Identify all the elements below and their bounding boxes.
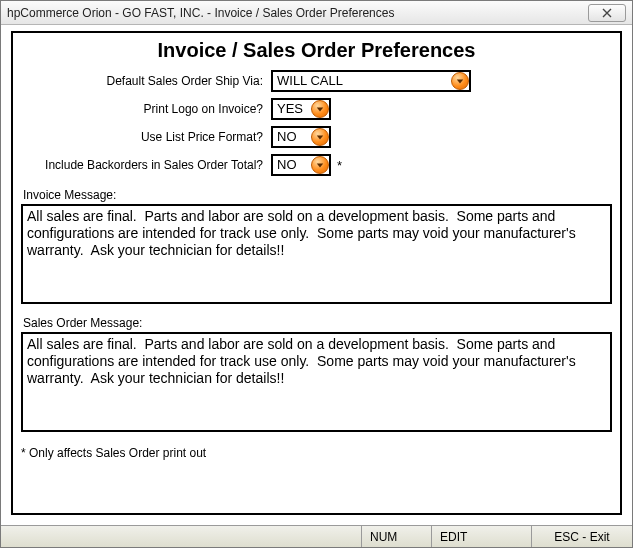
form-rows: Default Sales Order Ship Via: WILL CALL …: [21, 70, 612, 182]
combo-print-logo-value: YES: [273, 100, 311, 118]
label-invoice-message: Invoice Message:: [23, 188, 612, 202]
textarea-invoice-message[interactable]: [21, 204, 612, 304]
chevron-down-icon: [456, 77, 464, 85]
label-print-logo: Print Logo on Invoice?: [21, 102, 271, 116]
include-backorders-note-marker: *: [337, 158, 342, 173]
row-include-backorders: Include Backorders in Sales Order Total?…: [21, 154, 612, 176]
combo-print-logo-button[interactable]: [311, 100, 329, 118]
combo-ship-via-value: WILL CALL: [273, 72, 451, 90]
row-ship-via: Default Sales Order Ship Via: WILL CALL: [21, 70, 612, 92]
combo-include-backorders-button[interactable]: [311, 156, 329, 174]
close-button[interactable]: [588, 4, 626, 22]
main-panel: Invoice / Sales Order Preferences Defaul…: [11, 31, 622, 515]
window-title: hpCommerce Orion - GO FAST, INC. - Invoi…: [7, 6, 588, 20]
combo-list-price[interactable]: NO: [271, 126, 331, 148]
row-print-logo: Print Logo on Invoice? YES: [21, 98, 612, 120]
status-spacer: [1, 526, 362, 547]
combo-ship-via[interactable]: WILL CALL: [271, 70, 471, 92]
status-edit: EDIT: [432, 526, 532, 547]
label-ship-via: Default Sales Order Ship Via:: [21, 74, 271, 88]
window-frame: hpCommerce Orion - GO FAST, INC. - Invoi…: [0, 0, 633, 548]
combo-include-backorders[interactable]: NO: [271, 154, 331, 176]
combo-ship-via-button[interactable]: [451, 72, 469, 90]
combo-include-backorders-value: NO: [273, 156, 311, 174]
titlebar: hpCommerce Orion - GO FAST, INC. - Invoi…: [1, 1, 632, 25]
combo-list-price-button[interactable]: [311, 128, 329, 146]
chevron-down-icon: [316, 161, 324, 169]
label-list-price: Use List Price Format?: [21, 130, 271, 144]
row-list-price: Use List Price Format? NO: [21, 126, 612, 148]
label-include-backorders: Include Backorders in Sales Order Total?: [21, 158, 271, 172]
status-num: NUM: [362, 526, 432, 547]
client-area: Invoice / Sales Order Preferences Defaul…: [1, 25, 632, 525]
status-exit[interactable]: ESC - Exit: [532, 526, 632, 547]
combo-list-price-value: NO: [273, 128, 311, 146]
footnote: * Only affects Sales Order print out: [21, 446, 612, 460]
close-icon: [602, 8, 612, 18]
chevron-down-icon: [316, 105, 324, 113]
combo-print-logo[interactable]: YES: [271, 98, 331, 120]
statusbar: NUM EDIT ESC - Exit: [1, 525, 632, 547]
chevron-down-icon: [316, 133, 324, 141]
textarea-sales-order-message[interactable]: [21, 332, 612, 432]
label-sales-order-message: Sales Order Message:: [23, 316, 612, 330]
page-title: Invoice / Sales Order Preferences: [21, 39, 612, 62]
